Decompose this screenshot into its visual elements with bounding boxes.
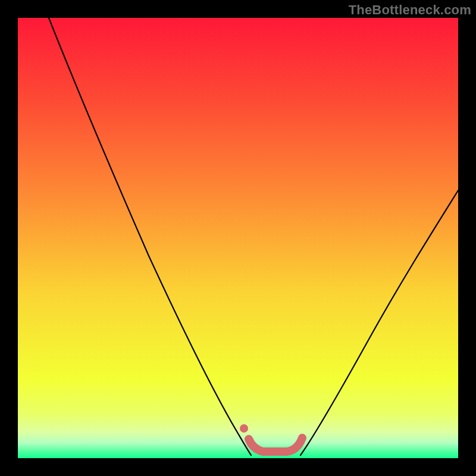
left-curve <box>49 18 251 455</box>
bottom-highlight <box>249 438 302 452</box>
plot-area <box>18 18 458 458</box>
curves-layer <box>18 18 458 458</box>
bottom-highlight-dot <box>240 424 248 433</box>
right-curve <box>300 190 458 455</box>
watermark-text: TheBottleneck.com <box>349 2 471 18</box>
chart-frame: TheBottleneck.com <box>0 0 476 476</box>
